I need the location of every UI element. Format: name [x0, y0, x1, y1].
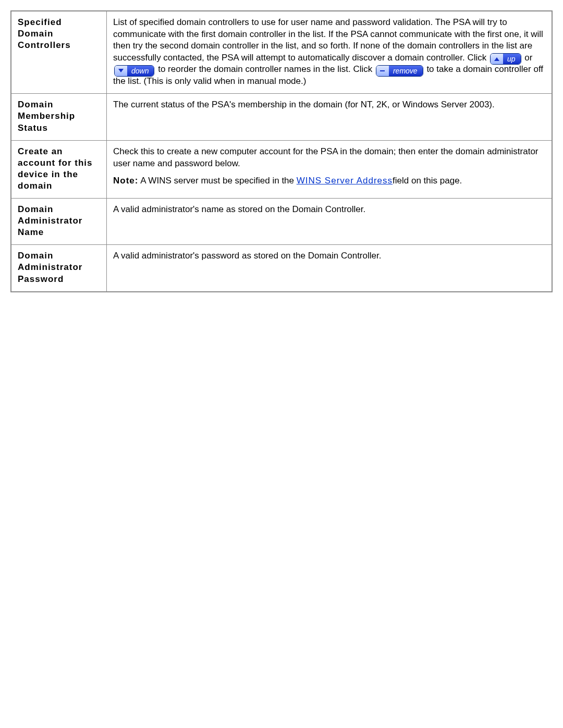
up-button-label: up — [503, 54, 521, 64]
table-row: Domain Administrator Name A valid admini… — [11, 199, 552, 245]
desc-create-account: Check this to create a new computer acco… — [107, 140, 553, 198]
desc-domain-admin-name: A valid administrator's name as stored o… — [107, 199, 553, 245]
text-segment: A WINS server must be specified in the — [138, 176, 296, 186]
definitions-table: Specified Domain Controllers List of spe… — [10, 10, 553, 292]
text-segment: Check this to create a new computer acco… — [113, 146, 545, 170]
up-button[interactable]: up — [490, 53, 521, 65]
minus-icon — [376, 66, 389, 76]
table-row: Domain Membership Status The current sta… — [11, 94, 552, 140]
text-segment: List of specified domain controllers to … — [113, 17, 543, 63]
text-segment: or — [524, 53, 532, 63]
term-domain-admin-name: Domain Administrator Name — [11, 199, 107, 245]
table-row: Domain Administrator Password A valid ad… — [11, 245, 552, 292]
term-specified-domain-controllers: Specified Domain Controllers — [11, 11, 107, 94]
term-create-account: Create an account for this device in the… — [11, 140, 107, 198]
text-segment: to reorder the domain controller names i… — [158, 65, 375, 75]
down-button[interactable]: down — [114, 65, 154, 77]
wins-server-address-link[interactable]: WINS Server Address — [297, 176, 393, 186]
desc-specified-domain-controllers: List of specified domain controllers to … — [107, 11, 553, 94]
term-domain-membership-status: Domain Membership Status — [11, 94, 107, 140]
table-row: Create an account for this device in the… — [11, 140, 552, 198]
table-row: Specified Domain Controllers List of spe… — [11, 11, 552, 94]
note-label: Note: — [113, 176, 138, 186]
desc-domain-admin-password: A valid administrator's password as stor… — [107, 245, 553, 292]
text-segment: field on this page. — [393, 176, 462, 186]
down-button-label: down — [127, 66, 154, 76]
arrow-up-icon — [491, 54, 503, 64]
desc-domain-membership-status: The current status of the PSA's membersh… — [107, 94, 553, 140]
term-domain-admin-password: Domain Administrator Password — [11, 245, 107, 292]
arrow-down-icon — [115, 66, 127, 76]
remove-button-label: remove — [389, 66, 423, 76]
remove-button[interactable]: remove — [376, 65, 423, 77]
